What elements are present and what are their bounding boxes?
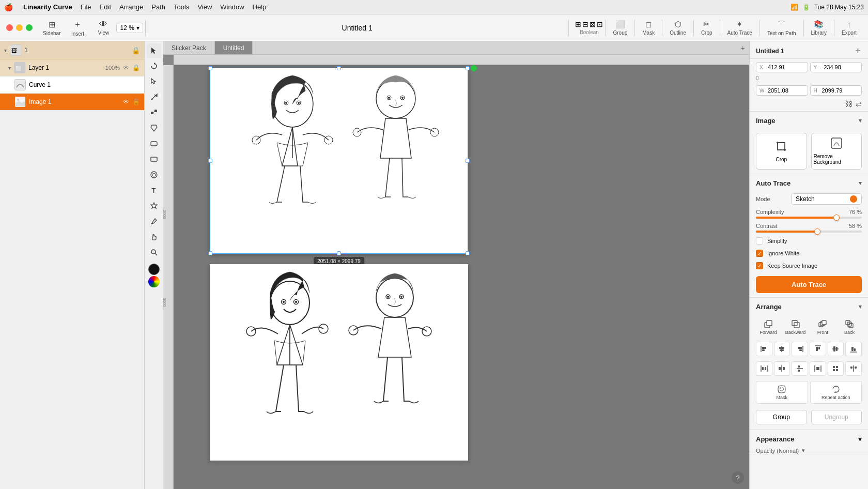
drawing-surface[interactable]: 2051.08 × 2099.79 [174, 65, 749, 489]
eyedropper-tool[interactable] [147, 214, 161, 228]
flip-icon[interactable]: ⇄ [856, 100, 862, 108]
tab-sticker-pack[interactable]: Sticker Pack [163, 41, 215, 54]
help-button[interactable]: ? [732, 471, 744, 484]
auto-trace-action[interactable]: ✦ Auto Trace [722, 18, 757, 38]
opacity-dropdown-icon[interactable]: ▾ [802, 447, 805, 454]
align-right[interactable] [792, 342, 808, 356]
zoom-control[interactable]: 12 % ▾ [116, 23, 143, 33]
forward-button[interactable]: Forward [756, 317, 781, 338]
front-button[interactable]: Front [810, 317, 835, 338]
menu-window[interactable]: Window [220, 3, 244, 11]
w-input[interactable] [768, 87, 804, 94]
arrange-header[interactable]: Arrange ▾ [750, 298, 868, 315]
w-field[interactable]: W [756, 85, 808, 96]
x-input[interactable] [768, 64, 804, 70]
mask-button[interactable]: Mask [756, 381, 808, 404]
spiral-tool[interactable] [147, 167, 161, 182]
backward-button[interactable]: Backward [783, 317, 809, 338]
pen-tool[interactable] [147, 90, 161, 104]
align-center-h[interactable] [774, 342, 791, 356]
direct-select-tool[interactable] [147, 74, 161, 89]
mode-select[interactable]: Sketch [791, 193, 862, 205]
align-middle-v[interactable] [828, 342, 844, 356]
repeat-action-button[interactable]: Repeat action [810, 381, 862, 404]
layer-group-sublayer[interactable]: ▾ ⬜ Layer 1 100% 👁 🔒 [0, 59, 144, 77]
menu-file[interactable]: File [81, 3, 91, 11]
boolean-exclude-icon[interactable]: ⊡ [597, 20, 603, 28]
image1-lock-icon[interactable]: 🔒 [132, 98, 140, 105]
add-panel-button[interactable]: ＋ [854, 45, 862, 56]
rectangle-tool[interactable] [147, 152, 161, 166]
layer-group-1[interactable]: ▾ 🖼 1 🔒 [0, 41, 144, 59]
auto-trace-header[interactable]: Auto Trace ▾ [750, 174, 868, 191]
apple-menu[interactable]: 🍎 [4, 3, 13, 11]
dist-left[interactable] [756, 361, 772, 376]
h-field[interactable]: H [810, 85, 862, 96]
y-input[interactable] [822, 64, 859, 70]
stroke-color[interactable] [148, 276, 160, 287]
appearance-header[interactable]: Appearance ▾ [750, 430, 868, 447]
dist-bottom[interactable] [845, 361, 862, 376]
hand-tool[interactable] [147, 230, 161, 244]
node-tool[interactable] [147, 105, 161, 120]
menu-path[interactable]: Path [151, 3, 165, 11]
eraser-tool[interactable] [147, 136, 161, 151]
fill-color[interactable] [148, 264, 160, 275]
menu-arrange[interactable]: Arrange [119, 3, 143, 11]
layer-1-expand[interactable]: ▾ [4, 48, 7, 53]
tab-untitled[interactable]: Untitled [215, 41, 253, 54]
complexity-thumb[interactable] [833, 215, 840, 221]
view-button[interactable]: 👁 View [90, 18, 116, 38]
lock-aspect-icon[interactable]: ⛓ [845, 100, 853, 108]
paint-tool[interactable] [147, 121, 161, 135]
menu-edit[interactable]: Edit [100, 3, 111, 11]
boolean-subtract-icon[interactable]: ⊟ [582, 20, 588, 28]
align-left[interactable] [756, 342, 772, 356]
minimize-button[interactable] [16, 24, 23, 31]
export-action[interactable]: ↑ Export [836, 18, 862, 38]
contrast-slider[interactable] [756, 231, 862, 233]
library-action[interactable]: 📚 Library [806, 18, 832, 38]
dist-top[interactable] [810, 361, 826, 376]
back-button[interactable]: Back [837, 317, 862, 338]
layer-item-image1[interactable]: Image 1 👁 🔒 [0, 94, 144, 111]
handle-rotate[interactable] [471, 65, 477, 71]
y-field[interactable]: Y [810, 62, 862, 72]
boolean-intersect-icon[interactable]: ⊠ [590, 20, 596, 28]
image-section-header[interactable]: Image ▾ [750, 112, 868, 129]
crop-action[interactable]: ✂ Crop [696, 18, 718, 38]
align-bottom[interactable] [845, 342, 862, 356]
text-on-path-action[interactable]: ⌒ Text on Path [762, 18, 801, 38]
group-action[interactable]: ⬜ Group [608, 18, 632, 38]
complexity-slider[interactable] [756, 217, 862, 219]
auto-trace-button[interactable]: Auto Trace [756, 276, 862, 293]
add-tab-button[interactable]: + [737, 42, 749, 54]
layer-item-curve1[interactable]: Curve 1 [0, 77, 144, 94]
ungroup-button[interactable]: Ungroup [811, 410, 862, 424]
align-top[interactable] [810, 342, 826, 356]
sublayer-expand[interactable]: ▾ [8, 65, 11, 71]
symbol-tool[interactable] [147, 198, 161, 213]
select-tool[interactable] [147, 43, 161, 58]
dist-right[interactable] [792, 361, 808, 376]
sidebar-toggle[interactable]: ⊞ Sidebar [39, 18, 65, 38]
x-field[interactable]: X [756, 62, 808, 72]
dist-middle[interactable] [828, 361, 844, 376]
text-tool[interactable]: T [147, 183, 161, 197]
simplify-checkbox[interactable] [756, 237, 763, 244]
menu-tools[interactable]: Tools [174, 3, 189, 11]
canvas-viewport[interactable]: 2000 3000 [163, 55, 749, 489]
remove-bg-button[interactable]: Remove Background [811, 133, 862, 170]
dist-center[interactable] [774, 361, 791, 376]
contrast-thumb[interactable] [814, 228, 820, 235]
insert-button[interactable]: ＋ Insert [65, 17, 90, 39]
rotate-tool[interactable] [147, 59, 161, 73]
sublayer-lock-icon[interactable]: 🔒 [132, 64, 140, 71]
maximize-button[interactable] [26, 24, 33, 31]
outline-action[interactable]: ⬡ Outline [664, 18, 691, 38]
group-button[interactable]: Group [756, 410, 807, 424]
boolean-unite-icon[interactable]: ⊞ [575, 20, 581, 28]
menu-help[interactable]: Help [253, 3, 267, 11]
zoom-tool[interactable] [147, 245, 161, 259]
h-input[interactable] [822, 87, 859, 94]
